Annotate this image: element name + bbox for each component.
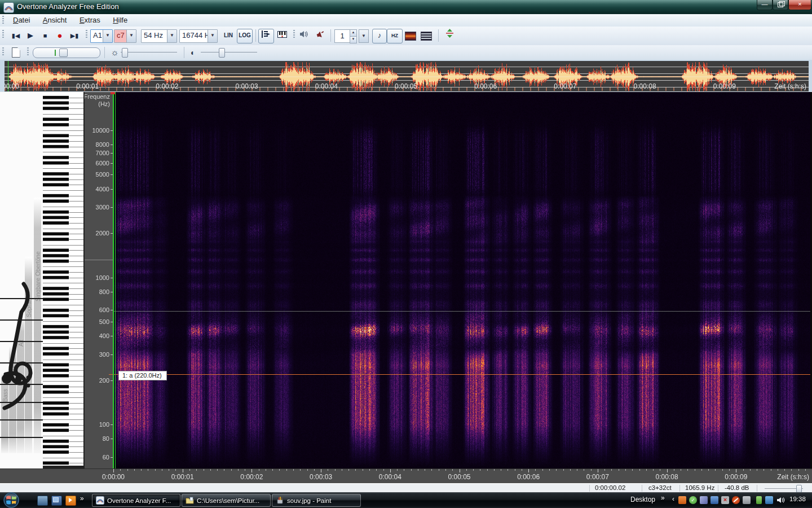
switch-windows-icon[interactable]	[51, 496, 62, 506]
waveform-time-label: 0:00:09	[713, 82, 736, 90]
taskbar-button-overtone[interactable]: Overtone Analyzer F...	[92, 494, 180, 507]
status-zoom-slider-thumb[interactable]	[796, 485, 802, 493]
menu-ansicht[interactable]: Ansicht	[38, 14, 72, 26]
tray-java-icon[interactable]	[678, 496, 686, 504]
zoom-scrollbar-thumb[interactable]	[59, 49, 68, 57]
start-button[interactable]	[3, 492, 20, 508]
frequency-tick-label: 4000	[96, 186, 109, 192]
skip-to-start-button[interactable]: ▮◀	[9, 29, 23, 42]
time-axis-label: 0:00:06	[517, 473, 540, 481]
tray-expand-icon[interactable]: ‹	[672, 495, 674, 503]
spin-up-icon[interactable]: ▲	[350, 29, 357, 37]
tray-blocked-icon[interactable]	[732, 496, 740, 504]
frequency-tick-label: 500	[99, 318, 109, 325]
spectrogram-playhead-echo	[115, 92, 116, 468]
title-bar[interactable]: Overtone Analyzer Free Edition — ×	[0, 0, 812, 14]
time-axis-label: 0:00:03	[310, 473, 332, 481]
log-scale-button[interactable]: LOG	[237, 29, 253, 43]
chevron-down-icon[interactable]: ▼	[167, 30, 176, 42]
tray-cube-icon[interactable]	[700, 496, 708, 504]
high-frequency-combobox[interactable]: 16744 Hz ▼	[179, 29, 218, 43]
spin-down-icon[interactable]: ▼	[350, 37, 357, 43]
main-toolbar: ▮◀ ▶ ■ ● ▶▮ A1 ▼ c7 ▼ 54 Hz ▼ 16744 Hz ▼…	[0, 27, 812, 46]
new-page-button[interactable]	[8, 47, 23, 58]
tray-power-icon[interactable]	[756, 496, 762, 504]
fit-range-button[interactable]	[442, 29, 457, 42]
frequency-tick-label: 10000	[92, 127, 109, 134]
show-desktop-icon[interactable]	[37, 496, 48, 506]
hz-display-button[interactable]: HZ	[387, 29, 403, 43]
view-toolbar: ☼ ◐	[0, 45, 812, 60]
frequency-axis: Frequenz (Hz) 10000800070006000500040003…	[85, 92, 113, 468]
tray-volume-icon[interactable]	[776, 496, 785, 504]
contrast-slider-thumb[interactable]	[219, 48, 225, 58]
taskbar-button-paint[interactable]: souv.jpg - Paint	[272, 494, 361, 507]
tray-monitor-icon[interactable]	[743, 496, 751, 504]
note-display-button[interactable]: ♪	[372, 29, 387, 43]
time-zoom-scrollbar[interactable]	[33, 47, 100, 58]
frequency-tick-label: 300	[99, 351, 109, 358]
speaker-icon	[299, 30, 309, 38]
separator	[330, 29, 331, 42]
tray-network-icon[interactable]	[765, 496, 773, 504]
brightness-slider-thumb[interactable]	[122, 48, 128, 58]
chevron-down-icon[interactable]: ▼	[208, 30, 217, 42]
marker-list-button[interactable]	[258, 29, 274, 43]
quicklaunch-chevron[interactable]: »	[80, 494, 84, 502]
spectrogram-view-button[interactable]	[403, 29, 418, 42]
low-note-combobox[interactable]: A1 ▼	[90, 29, 113, 43]
desktop-chevron[interactable]: »	[661, 494, 665, 502]
restore-button[interactable]	[773, 0, 788, 10]
page-icon	[12, 47, 20, 58]
stop-button[interactable]: ■	[38, 29, 52, 42]
frequency-tick-label: 7000	[96, 150, 109, 156]
close-button[interactable]: ×	[788, 0, 811, 10]
tray-tools-icon[interactable]: ×	[721, 496, 729, 504]
play-button[interactable]: ▶	[24, 29, 37, 42]
brightness-icon: ☼	[111, 47, 119, 58]
chevron-down-icon[interactable]: ▼	[103, 30, 112, 42]
brightness-slider[interactable]	[121, 52, 177, 52]
low-frequency-combobox[interactable]: 54 Hz ▼	[141, 29, 177, 43]
spectrogram[interactable]: 1: a (220.0Hz)	[113, 92, 810, 468]
taskbar-clock[interactable]: 19:38	[789, 496, 806, 502]
overtone-count-stepper[interactable]: ▲ ▼	[350, 29, 357, 42]
marker-list-icon	[262, 30, 271, 38]
waveform-panel[interactable]: 0:00:000:00:010:00:020:00:030:00:040:00:…	[5, 61, 809, 91]
time-axis-caption: Zeit (s:h:s)	[777, 473, 809, 481]
keyboard-button[interactable]	[275, 29, 289, 42]
time-axis-tick	[667, 469, 668, 472]
record-button[interactable]: ●	[53, 29, 67, 42]
toolbar-grip	[2, 16, 4, 25]
piano-keyboard[interactable]	[43, 92, 85, 468]
menu-extras[interactable]: Extras	[74, 14, 105, 26]
minimize-button[interactable]: —	[757, 0, 773, 10]
overtone-count-field[interactable]: 1	[334, 29, 350, 43]
menu-datei[interactable]: Datei	[8, 14, 35, 26]
volume-button[interactable]	[297, 29, 311, 42]
zoom-position-mark	[55, 50, 56, 56]
explorer-folder-icon	[186, 496, 194, 505]
frequency-tick-label: 400	[99, 332, 109, 339]
media-player-icon[interactable]	[65, 496, 76, 506]
muted-speaker-icon	[316, 30, 324, 38]
desktop-toolbar-label[interactable]: Desktop	[630, 496, 655, 503]
linear-scale-button[interactable]: LIN	[221, 29, 236, 42]
marker-line-220hz	[109, 374, 810, 375]
separator	[184, 47, 184, 58]
tray-display-icon[interactable]	[710, 496, 718, 504]
high-note-combobox[interactable]: c7 ▼	[114, 29, 136, 43]
skip-to-end-button[interactable]: ▶▮	[68, 29, 81, 42]
taskbar-button-explorer[interactable]: C:\Users\sem\Pictur...	[182, 494, 271, 507]
chevron-down-icon[interactable]: ▼	[126, 30, 136, 42]
overtone-dropdown-button[interactable]: ▼	[359, 29, 369, 43]
lines-view-button[interactable]	[419, 29, 434, 42]
menu-hilfe[interactable]: Hilfe	[108, 14, 133, 26]
mute-button[interactable]	[312, 29, 327, 42]
tray-antivirus-icon[interactable]: ✓	[689, 496, 697, 504]
toolbar-grip	[293, 30, 295, 39]
time-axis-tick	[321, 469, 321, 472]
contrast-slider[interactable]	[201, 52, 257, 52]
spectrogram-icon	[405, 32, 416, 41]
frequency-tick-label: 60	[103, 454, 109, 461]
